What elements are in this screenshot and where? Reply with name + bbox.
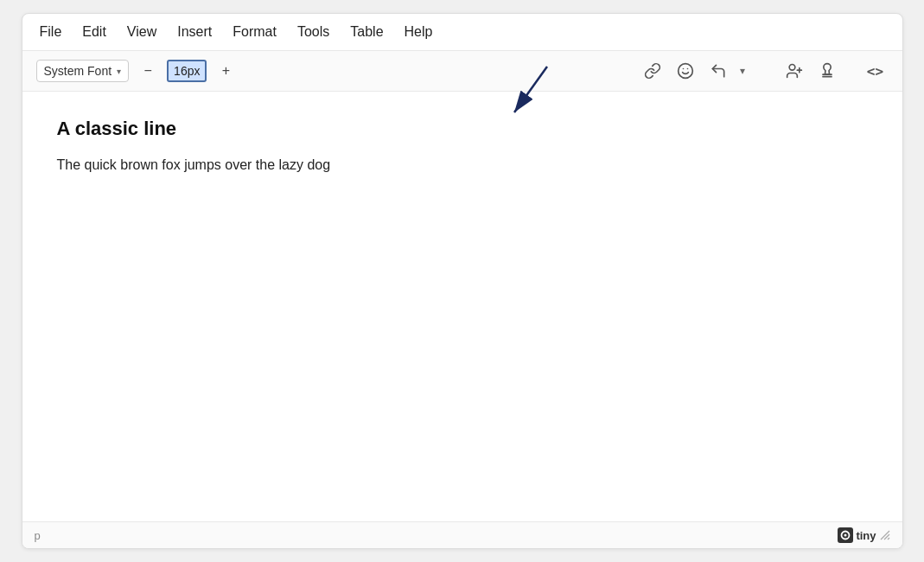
content-area[interactable]: A classic line The quick brown fox jumps… [22, 92, 902, 521]
font-selector[interactable]: System Font ▾ [36, 60, 130, 82]
toolbar: System Font ▾ − 16px + [22, 51, 902, 92]
tiny-logo: tiny [838, 527, 876, 543]
content-heading: A classic line [57, 118, 868, 140]
menu-format[interactable]: Format [233, 24, 277, 40]
link-icon[interactable] [640, 58, 666, 84]
decrease-font-size-button[interactable]: − [136, 59, 160, 83]
editor-container: File Edit View Insert Format Tools Table… [22, 13, 903, 549]
status-element-label: p [35, 529, 41, 542]
undo-icon[interactable] [705, 58, 731, 84]
svg-line-14 [888, 538, 889, 540]
tiny-icon [838, 527, 853, 543]
branding-area: tiny [838, 527, 889, 543]
svg-point-5 [789, 65, 795, 71]
menu-help[interactable]: Help [405, 24, 433, 40]
menu-table[interactable]: Table [350, 24, 383, 40]
menu-edit[interactable]: Edit [82, 24, 106, 40]
menu-view[interactable]: View [127, 24, 156, 40]
svg-point-11 [844, 534, 847, 537]
resize-handle[interactable] [880, 530, 890, 540]
source-code-icon[interactable]: <> [863, 58, 889, 84]
font-chevron-icon: ▾ [117, 67, 121, 76]
svg-point-2 [678, 64, 692, 79]
undo-redo-group: ▾ [705, 58, 750, 84]
increase-font-size-button[interactable]: + [213, 59, 238, 83]
menu-insert[interactable]: Insert [177, 24, 212, 40]
stamp-icon[interactable] [814, 58, 840, 84]
menu-file[interactable]: File [40, 24, 62, 40]
content-body: The quick brown fox jumps over the lazy … [57, 157, 868, 173]
menu-bar: File Edit View Insert Format Tools Table… [22, 14, 902, 51]
add-person-icon[interactable] [781, 58, 807, 84]
status-bar: p tiny [22, 521, 902, 548]
menu-tools[interactable]: Tools [297, 24, 329, 40]
font-size-input[interactable]: 16px [167, 60, 207, 82]
emoji-icon[interactable] [672, 58, 698, 84]
tiny-brand-label: tiny [856, 529, 876, 542]
font-name-label: System Font [44, 64, 112, 78]
redo-dropdown-icon[interactable]: ▾ [735, 58, 750, 84]
